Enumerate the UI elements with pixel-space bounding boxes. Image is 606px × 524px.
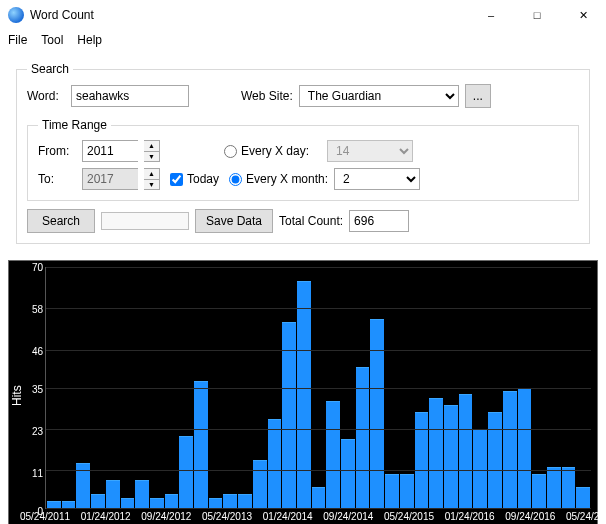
chart-xtick: 05/24/2015 bbox=[384, 511, 434, 522]
every-x-month-radio-input[interactable] bbox=[229, 173, 242, 186]
chevron-down-icon[interactable]: ▼ bbox=[144, 180, 159, 190]
from-spinner[interactable]: ▲▼ bbox=[144, 140, 160, 162]
menu-help[interactable]: Help bbox=[77, 33, 102, 47]
total-count-label: Total Count: bbox=[279, 214, 343, 228]
every-x-day-radio-input[interactable] bbox=[224, 145, 237, 158]
chart-xtick: 09/24/2012 bbox=[141, 511, 191, 522]
search-legend: Search bbox=[27, 62, 73, 76]
close-button[interactable]: ✕ bbox=[560, 0, 606, 30]
chart-xtick: 09/24/2014 bbox=[323, 511, 373, 522]
chart-bar bbox=[106, 480, 120, 508]
to-spinner[interactable]: ▲▼ bbox=[144, 168, 160, 190]
chart-ytick: 70 bbox=[23, 262, 43, 273]
app-icon bbox=[8, 7, 24, 23]
window-title: Word Count bbox=[30, 8, 94, 22]
save-data-button[interactable]: Save Data bbox=[195, 209, 273, 233]
chart-bar bbox=[268, 419, 282, 509]
chart-bar bbox=[459, 394, 473, 508]
chart-xtick: 09/24/2016 bbox=[505, 511, 555, 522]
every-x-day-label: Every X day: bbox=[241, 144, 309, 158]
every-x-day-select: 14 bbox=[327, 140, 413, 162]
chart-bar bbox=[518, 388, 532, 509]
chart-bar bbox=[238, 494, 252, 508]
chart-xtick: 05/24/2011 bbox=[20, 511, 70, 522]
chart-ytick: 11 bbox=[23, 467, 43, 478]
chart-plot-area bbox=[45, 267, 591, 509]
every-x-month-radio[interactable]: Every X month: bbox=[229, 172, 328, 186]
every-x-day-radio[interactable]: Every X day: bbox=[224, 144, 309, 158]
chart-bar bbox=[121, 498, 135, 508]
every-x-month-select[interactable]: 2 bbox=[334, 168, 420, 190]
chart-bar bbox=[297, 281, 311, 508]
chart-bar bbox=[135, 480, 149, 508]
chevron-up-icon[interactable]: ▲ bbox=[144, 169, 159, 180]
chart-bar bbox=[503, 391, 517, 508]
menu-tool[interactable]: Tool bbox=[41, 33, 63, 47]
chart-bar bbox=[209, 498, 223, 508]
chart-bar bbox=[429, 398, 443, 508]
chart-bar bbox=[165, 494, 179, 508]
website-browse-button[interactable]: ... bbox=[465, 84, 491, 108]
menu-file[interactable]: File bbox=[8, 33, 27, 47]
time-range-group: Time Range From: ▲▼ Every X day: 14 To: … bbox=[27, 118, 579, 201]
maximize-button[interactable]: □ bbox=[514, 0, 560, 30]
every-x-month-label: Every X month: bbox=[246, 172, 328, 186]
chart-bar bbox=[47, 501, 61, 508]
chart-bar bbox=[179, 436, 193, 508]
to-input bbox=[82, 168, 138, 190]
today-checkbox-input[interactable] bbox=[170, 173, 183, 186]
chart-bar bbox=[370, 319, 384, 508]
chart-xtick: 01/24/2014 bbox=[263, 511, 313, 522]
chevron-down-icon[interactable]: ▼ bbox=[144, 152, 159, 162]
chart-bar bbox=[562, 467, 576, 508]
chart-bar bbox=[223, 494, 237, 508]
chart-xtick: 01/24/2016 bbox=[445, 511, 495, 522]
chart-bar bbox=[400, 474, 414, 508]
chart-bar bbox=[415, 412, 429, 508]
search-button[interactable]: Search bbox=[27, 209, 95, 233]
chart-ytick: 58 bbox=[23, 303, 43, 314]
chart-bar bbox=[62, 501, 76, 508]
chart-ytick: 35 bbox=[23, 384, 43, 395]
total-count-value bbox=[349, 210, 409, 232]
chart-bar bbox=[444, 405, 458, 508]
chart-bar bbox=[488, 412, 502, 508]
chart-bar bbox=[91, 494, 105, 508]
chart: Hits 0112335465870 05/24/201101/24/20120… bbox=[8, 260, 598, 524]
website-select[interactable]: The Guardian bbox=[299, 85, 459, 107]
to-label: To: bbox=[38, 172, 76, 186]
chart-ytick: 23 bbox=[23, 425, 43, 436]
chart-bar bbox=[576, 487, 590, 508]
chart-bar bbox=[194, 381, 208, 508]
chart-xtick: 05/24/2013 bbox=[202, 511, 252, 522]
website-label: Web Site: bbox=[241, 89, 293, 103]
word-input[interactable] bbox=[71, 85, 189, 107]
today-label: Today bbox=[187, 172, 219, 186]
menu-bar: File Tool Help bbox=[0, 30, 606, 50]
chart-bar bbox=[150, 498, 164, 508]
progress-bar bbox=[101, 212, 189, 230]
search-group: Search Word: Web Site: The Guardian ... … bbox=[16, 62, 590, 244]
chart-bar bbox=[385, 474, 399, 508]
from-input[interactable] bbox=[82, 140, 138, 162]
chart-xaxis: 05/24/201101/24/201209/24/201205/24/2013… bbox=[45, 509, 591, 524]
today-checkbox[interactable]: Today bbox=[170, 172, 219, 186]
title-bar: Word Count – □ ✕ bbox=[0, 0, 606, 30]
chart-bar bbox=[341, 439, 355, 508]
time-range-legend: Time Range bbox=[38, 118, 111, 132]
chart-bar bbox=[312, 487, 326, 508]
word-label: Word: bbox=[27, 89, 65, 103]
minimize-button[interactable]: – bbox=[468, 0, 514, 30]
chevron-up-icon[interactable]: ▲ bbox=[144, 141, 159, 152]
chart-bar bbox=[547, 467, 561, 508]
chart-bar bbox=[532, 474, 546, 508]
chart-bar bbox=[473, 429, 487, 508]
chart-ytick: 46 bbox=[23, 345, 43, 356]
chart-xtick: 01/24/2012 bbox=[81, 511, 131, 522]
chart-yticks: 0112335465870 bbox=[25, 261, 45, 524]
chart-bar bbox=[326, 401, 340, 508]
chart-xtick: 05/24/2017 bbox=[566, 511, 606, 522]
chart-bar bbox=[253, 460, 267, 508]
from-label: From: bbox=[38, 144, 76, 158]
